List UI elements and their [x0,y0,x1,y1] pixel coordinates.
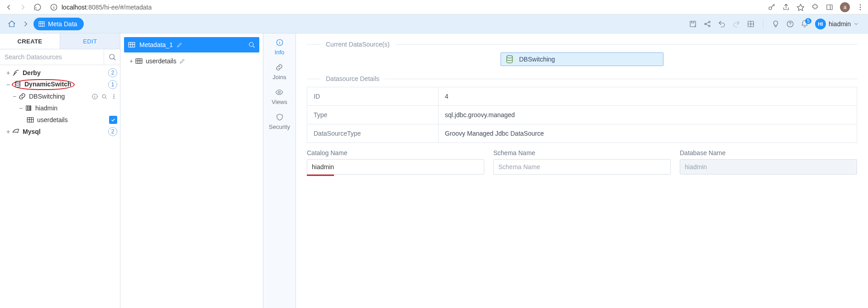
grid-icon[interactable] [747,20,755,28]
collapse-icon[interactable]: − [11,93,18,100]
edit-icon[interactable] [176,42,183,48]
profile-avatar[interactable]: a [840,2,850,12]
list-item[interactable]: + userdetails [124,55,259,67]
header-tools: 5 HI hiadmin [689,19,863,29]
svg-point-9 [860,9,861,10]
nav-label: Info [275,49,285,56]
collapse-icon[interactable]: − [5,81,12,88]
svg-point-7 [860,5,861,5]
edit-icon[interactable] [179,58,186,64]
field-label: Database Name [680,149,857,156]
expand-icon[interactable]: + [5,128,12,135]
checked-icon[interactable] [109,116,117,124]
metadata-panel: Metadata_1 + userdetails [120,33,263,308]
tree-node-derby[interactable]: + Derby 2 [0,67,120,79]
collapse-icon[interactable]: − [17,104,24,112]
count-badge: 2 [108,127,117,136]
left-search [0,49,120,65]
panel-icon[interactable] [825,3,834,11]
url-text: localhost:8085/hi-ee/#/metadata [62,4,152,11]
search-input[interactable] [0,50,104,64]
svg-rect-43 [129,43,135,47]
tab-edit[interactable]: EDIT [60,33,120,49]
search-icon[interactable] [248,41,256,49]
svg-rect-49 [136,59,142,64]
user-menu[interactable]: HI hiadmin [815,19,859,29]
site-info-icon[interactable] [50,3,58,11]
cell-value: Groovy Managed Jdbc DataSource [439,124,857,143]
table-icon [128,41,136,49]
link-icon [18,92,26,100]
notifications-icon[interactable]: 5 [801,20,809,28]
shield-icon [275,113,284,122]
left-tabs: CREATE EDIT [0,33,120,49]
url-bar[interactable]: localhost:8085/hi-ee/#/metadata [47,3,763,11]
extensions-icon[interactable] [811,3,819,11]
share-icon[interactable] [782,3,790,11]
catalog-field: Catalog Name [307,149,484,176]
reload-icon[interactable] [33,2,43,12]
svg-rect-39 [27,118,33,123]
help-icon[interactable] [786,20,794,28]
tree-node-mysql[interactable]: + Mysql 2 [0,126,120,137]
expand-icon[interactable]: + [128,57,135,65]
hint-icon[interactable] [772,20,780,28]
nav-security[interactable]: Security [269,113,290,130]
catalog-input[interactable] [307,159,484,175]
home-icon[interactable] [5,18,18,30]
svg-rect-10 [39,21,44,26]
link-icon [275,63,284,72]
breadcrumb-current[interactable]: Meta Data [33,18,84,30]
tab-create[interactable]: CREATE [0,33,60,49]
table-row: ID 4 [307,87,857,106]
svg-line-48 [253,46,254,47]
tree-label: userdetails [37,116,68,123]
save-menu-icon[interactable] [689,20,697,28]
cell-value: 4 [439,87,857,106]
cell-label: Type [307,106,439,124]
search-icon[interactable] [101,93,108,100]
schema-field: Schema Name [493,149,671,176]
dolphin-icon [12,128,20,136]
nav-joins[interactable]: Joins [272,63,286,81]
nav-info[interactable]: Info [275,38,285,56]
svg-rect-5 [827,5,832,9]
database-icon [505,54,515,64]
tree-node-dynamicswitch[interactable]: − DynamicSwitch 1 [0,79,120,90]
more-icon[interactable] [110,93,117,100]
user-name: hiadmin [829,20,851,28]
svg-line-19 [706,24,709,25]
star-icon[interactable] [796,3,805,11]
browser-toolbar: localhost:8085/hi-ee/#/metadata a [0,0,868,14]
tree-label: Derby [23,69,41,76]
metadata-header[interactable]: Metadata_1 [124,37,259,52]
redo-icon[interactable] [732,20,740,28]
svg-line-18 [706,22,709,24]
svg-point-27 [15,81,20,83]
cell-value: sql.jdbc.groovy.managed [439,106,857,124]
nav-views[interactable]: Views [272,88,287,105]
info-icon[interactable] [91,93,98,100]
tree-node-dbswitching[interactable]: − DBSwitching [0,90,120,102]
datasource-tree: + Derby 2 − DynamicSwitch 1 − [0,65,120,139]
field-label: Schema Name [493,149,671,156]
kebab-menu-icon[interactable] [856,3,864,11]
nav-back-icon[interactable] [4,2,14,12]
schema-input[interactable] [493,159,671,175]
tree-node-userdetails[interactable]: userdetails [0,114,120,126]
share-page-icon[interactable] [703,20,711,28]
info-icon [275,38,284,47]
metadata-list: + userdetails [124,52,259,70]
nav-label: Joins [272,74,286,81]
expand-icon[interactable]: + [5,69,12,76]
table-row: Type sql.jdbc.groovy.managed [307,106,857,124]
svg-point-35 [114,98,114,99]
search-icon[interactable] [104,49,120,65]
left-panel: CREATE EDIT + Derby 2 − Dynamic [0,33,120,308]
key-icon[interactable] [768,3,776,11]
current-ds-chip[interactable]: DBSwitching [501,52,663,66]
tree-label: Mysql [23,128,41,135]
undo-icon[interactable] [718,20,726,28]
table-row: DataSourceType Groovy Managed Jdbc DataS… [307,124,857,143]
tree-node-hiadmin[interactable]: − hiadmin [0,102,120,114]
